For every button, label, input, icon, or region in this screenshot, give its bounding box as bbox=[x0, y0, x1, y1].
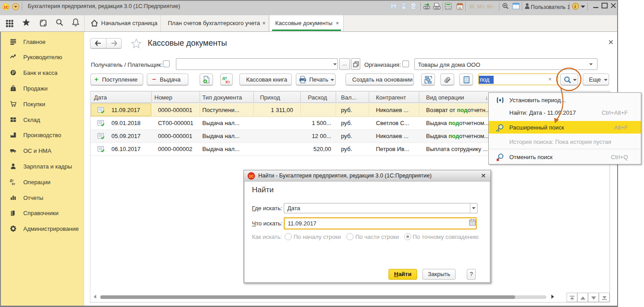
svg-text:1С: 1С bbox=[249, 174, 254, 178]
svg-text:1С: 1С bbox=[4, 5, 9, 9]
svg-text:Кт: Кт bbox=[226, 80, 230, 84]
svg-text:Кт: Кт bbox=[12, 182, 15, 185]
svg-text:Дт: Дт bbox=[10, 179, 14, 182]
svg-text:31: 31 bbox=[458, 6, 461, 10]
